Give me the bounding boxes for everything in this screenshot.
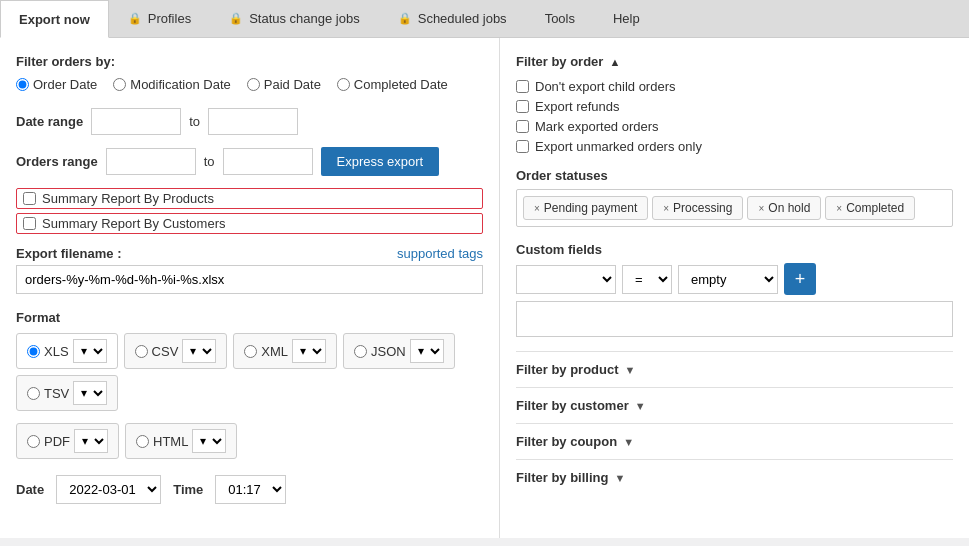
format-select-xml[interactable]: ▾ [292,339,326,363]
filter-checkbox-0[interactable]: Don't export child orders [516,79,953,94]
tab-label-scheduled-jobs: Scheduled jobs [418,11,507,26]
filter-by-order-arrow: ▲ [609,56,620,68]
filter-checkbox-3[interactable]: Export unmarked orders only [516,139,953,154]
left-panel: Filter orders by: Order DateModification… [0,38,500,538]
radio-mod_date[interactable]: Modification Date [113,77,230,92]
format-btn-tsv[interactable]: TSV▾ [16,375,118,411]
format-label-csv: CSV [152,344,179,359]
status-tag-3[interactable]: ×Completed [825,196,915,220]
filter-section-2[interactable]: Filter by coupon ▼ [516,423,953,459]
orders-from-input[interactable] [106,148,196,175]
tab-tools[interactable]: Tools [526,0,594,37]
tab-profiles[interactable]: 🔒Profiles [109,0,210,37]
tab-scheduled-jobs[interactable]: 🔒Scheduled jobs [379,0,526,37]
format-select-html[interactable]: ▾ [192,429,226,453]
filter-checkboxes: Don't export child ordersExport refundsM… [516,79,953,154]
format-btn-xml[interactable]: XML▾ [233,333,337,369]
format-select-tsv[interactable]: ▾ [73,381,107,405]
filter-orders-label: Filter orders by: [16,54,483,69]
format-label-tsv: TSV [44,386,69,401]
export-filename-section: Export filename : supported tags [16,246,483,294]
tag-remove-icon-2[interactable]: × [758,203,764,214]
tab-export-now[interactable]: Export now [0,0,109,38]
format-select-xls[interactable]: ▾ [73,339,107,363]
filter-by-order-header[interactable]: Filter by order ▲ [516,54,953,69]
tab-label-profiles: Profiles [148,11,191,26]
format-label-xls: XLS [44,344,69,359]
filter-section-3[interactable]: Filter by billing ▼ [516,459,953,495]
filter-sections: Filter by product ▼Filter by customer ▼F… [516,351,953,495]
tab-status-change-jobs[interactable]: 🔒Status change jobs [210,0,379,37]
time-select[interactable]: 01:17 [215,475,286,504]
status-tag-label-0: Pending payment [544,201,637,215]
filter-checkbox-label-1: Export refunds [535,99,620,114]
filter-section-arrow-0: ▼ [625,364,636,376]
format-btn-csv[interactable]: CSV▾ [124,333,228,369]
supported-tags-link[interactable]: supported tags [397,246,483,261]
status-tag-0[interactable]: ×Pending payment [523,196,648,220]
format-btn-pdf[interactable]: PDF▾ [16,423,119,459]
summary-report-label-0: Summary Report By Products [42,191,214,206]
export-filename-label: Export filename : [16,246,121,261]
format-select-pdf[interactable]: ▾ [74,429,108,453]
radio-label-order_date: Order Date [33,77,97,92]
filter-checkbox-2[interactable]: Mark exported orders [516,119,953,134]
filter-section-label-1: Filter by customer [516,398,629,413]
status-tag-1[interactable]: ×Processing [652,196,743,220]
custom-field-value-select[interactable]: empty [678,265,778,294]
radio-label-mod_date: Modification Date [130,77,230,92]
tab-label-help: Help [613,11,640,26]
custom-fields-label: Custom fields [516,242,953,257]
lock-icon: 🔒 [229,12,243,25]
orders-range-label: Orders range [16,154,98,169]
tab-help[interactable]: Help [594,0,659,37]
custom-field-operator-select[interactable]: = [622,265,672,294]
date-from-input[interactable] [91,108,181,135]
orders-range-row: Orders range to Express export [16,147,483,176]
radio-paid_date[interactable]: Paid Date [247,77,321,92]
radio-completed_date[interactable]: Completed Date [337,77,448,92]
format-label-xml: XML [261,344,288,359]
filter-checkbox-label-3: Export unmarked orders only [535,139,702,154]
status-tag-label-1: Processing [673,201,732,215]
format-select-csv[interactable]: ▾ [182,339,216,363]
format-btn-html[interactable]: HTML▾ [125,423,237,459]
format-btn-xls[interactable]: XLS▾ [16,333,118,369]
tag-remove-icon-0[interactable]: × [534,203,540,214]
custom-field-select-1[interactable] [516,265,616,294]
tag-remove-icon-3[interactable]: × [836,203,842,214]
lock-icon: 🔒 [128,12,142,25]
date-time-row: Date 2022-03-01 Time 01:17 [16,475,483,504]
time-label: Time [173,482,203,497]
orders-to-input[interactable] [223,148,313,175]
filter-section-arrow-1: ▼ [635,400,646,412]
filter-section-0[interactable]: Filter by product ▼ [516,351,953,387]
summary-report-0[interactable]: Summary Report By Products [16,188,483,209]
date-label: Date [16,482,44,497]
status-tag-label-3: Completed [846,201,904,215]
status-tag-2[interactable]: ×On hold [747,196,821,220]
format-select-json[interactable]: ▾ [410,339,444,363]
filter-section-1[interactable]: Filter by customer ▼ [516,387,953,423]
filename-input[interactable] [16,265,483,294]
date-range-row: Date range to [16,108,483,135]
date-select[interactable]: 2022-03-01 [56,475,161,504]
custom-field-text-input[interactable] [516,301,953,337]
express-export-button[interactable]: Express export [321,147,440,176]
summary-report-1[interactable]: Summary Report By Customers [16,213,483,234]
format-section: Format XLS▾CSV▾XML▾JSON▾TSV▾PDF▾HTML▾ [16,310,483,459]
status-tag-label-2: On hold [768,201,810,215]
radio-order_date[interactable]: Order Date [16,77,97,92]
summary-report-label-1: Summary Report By Customers [42,216,226,231]
order-statuses-label: Order statuses [516,168,953,183]
tag-remove-icon-1[interactable]: × [663,203,669,214]
filter-section-arrow-3: ▼ [614,472,625,484]
add-custom-field-button[interactable]: + [784,263,816,295]
date-to-input[interactable] [208,108,298,135]
filter-checkbox-label-0: Don't export child orders [535,79,676,94]
orders-range-to: to [204,154,215,169]
format-btn-json[interactable]: JSON▾ [343,333,455,369]
date-range-to: to [189,114,200,129]
tab-label-status-change-jobs: Status change jobs [249,11,360,26]
filter-checkbox-1[interactable]: Export refunds [516,99,953,114]
